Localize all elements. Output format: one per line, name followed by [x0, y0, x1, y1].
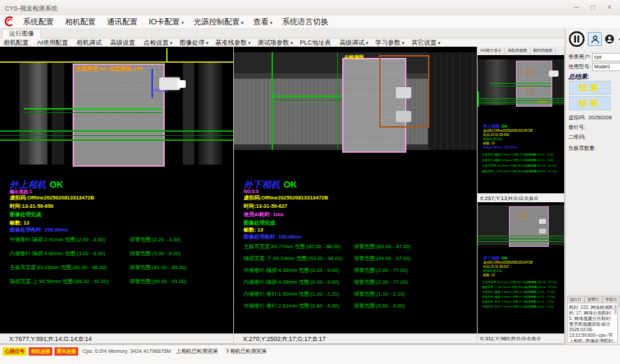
chevron-down-icon: ▾ [241, 20, 244, 25]
chevron-down-icon: ▾ [170, 40, 173, 45]
menu-item[interactable]: 相机配置 [60, 17, 102, 27]
view-tabstrip: 运行图像 [0, 28, 565, 38]
frame-count-text: 帧数: 13 [244, 227, 263, 234]
toolbar-item[interactable]: 相机调试 [73, 38, 107, 47]
measurement-row: 隔膜宽度-上:90.56mm 范围:(88.00 - 92.00) 报警范围:(… [10, 278, 186, 292]
pause-button[interactable] [568, 30, 586, 48]
mini-view-lower[interactable]: 外下相机OK 虚拟码:Offline2025020813313472B 时间:1… [478, 202, 564, 333]
toolbar-item[interactable]: 高级设置 [107, 38, 140, 47]
model-field[interactable] [592, 63, 620, 71]
measurement-row: 内侧卷针-隔膜:4.60mm 范围:(3.00 - 6.00) 报警范围:(3.… [482, 158, 556, 164]
threshold-label: 灰度阈值:93, 动态阈值:100 [75, 65, 142, 73]
machine-column [20, 63, 29, 165]
menu-item[interactable]: 查看▾ [249, 17, 278, 27]
window-title: CYS-视觉检测系统 [5, 4, 58, 13]
measurement-value: 外侧卷针-卷针:2.61mm 范围:(0.60 - 4.00) [244, 303, 354, 314]
toolbar-item-label: 学习参数 [376, 39, 401, 46]
result-ok-text: OK [501, 256, 508, 260]
chevron-down-icon: ▾ [249, 40, 251, 45]
toolbar-item[interactable]: PLC地址表 [297, 38, 337, 47]
toolbar-item[interactable]: 其它设置▾ [408, 38, 444, 47]
toolbar-items: 相机配置 AI使用配置 相机调试 高级设置 点检设置▾ 图像处理▾ 基准线参数▾… [0, 38, 565, 47]
green-guide-line [273, 100, 343, 100]
mini-view-tab[interactable]: NG图片显示 [478, 47, 505, 55]
toolbar-item[interactable]: 相机配置 [0, 38, 34, 47]
toolbar-item-label: AI使用配置 [37, 39, 68, 46]
pin-field-row: 卷针号: [568, 124, 587, 131]
measurement-value: 内侧卷针-隔膜:4.38mm 范围:(0.00 - 9.00) [482, 295, 525, 300]
alarm-range: 报警范围:(2.00 - 77.00) [525, 295, 555, 300]
tab-count-field-row: 负极耳数量: [568, 145, 598, 152]
green-guide-line [478, 236, 564, 236]
measurement-value: 外侧卷针-卷针:2.61mm 范围:(0.60 - 4.00) [482, 305, 525, 310]
toolbar-item[interactable]: 基准线参数▾ [212, 38, 255, 47]
frame-count-text: 帧数: 13 [483, 273, 495, 277]
login-user-field[interactable] [592, 53, 620, 61]
control-sidebar: 登录用户: 使用型号: 总结果: 结果 结果 虚拟码: 20250208 卷针号… [565, 28, 620, 344]
toolbar-item[interactable]: 学习参数▾ [372, 38, 408, 47]
green-guide-line [478, 238, 564, 239]
camera-view-lower[interactable]: AI检测框 外下相机OK NG:0:0 虚拟码:Offline202502081… [234, 47, 477, 333]
toolbar-item-label: 高级调试 [339, 39, 364, 46]
log-text: 耗时: 222, 网络检测耗时: 17, 网络分类耗时: 0, 网络视频分区耗时… [569, 305, 614, 343]
toolbar-item[interactable]: AI使用配置 [34, 38, 73, 47]
green-guide-line [0, 139, 233, 141]
measurement-row: 主极耳宽度:83.05mm 范围:(80.00 - 86.00) 报警范围:(8… [10, 264, 186, 278]
toolbar-item-label: 基准线参数 [216, 39, 247, 46]
ai-feature-box [519, 212, 526, 219]
exit-button[interactable] [617, 33, 620, 45]
camera-view-upper[interactable]: 灰度阈值:93, 动态阈值:100 93.88 外上相机OK 输出信息:1 虚拟… [0, 47, 233, 333]
status-coords-lower: X:270;Y:2502;R:17;G:17;B:17 [234, 333, 477, 343]
toolbar-item-label: PLC地址表 [300, 39, 332, 46]
log-output[interactable]: 耗时: 222, 网络检测耗时: 17, 网络分类耗时: 0, 网络视频分区耗时… [567, 303, 618, 343]
close-button[interactable]: × [602, 2, 617, 13]
tab-connector-blob [549, 70, 559, 77]
menu-item[interactable]: 光源控制配置▾ [189, 17, 249, 27]
toolbar-item[interactable]: 高级调试▾ [336, 38, 372, 47]
alarm-range: 报警范围:(3.00 - 6.00) [525, 158, 554, 164]
ai-box-label: AI检测框 [344, 54, 364, 61]
measurement-list: 外侧卷针-隔膜:2.91mm 范围:(2.00 - 3.50) 报警范围:(2.… [482, 153, 556, 175]
toolbar-item[interactable]: 图像处理▾ [176, 38, 212, 47]
minimize-button[interactable]: ─ [568, 2, 584, 13]
green-guide-line [24, 108, 162, 109]
machine-dark-right [428, 52, 477, 150]
measurement-value: 外侧卷针-隔膜:2.91mm 范围:(2.00 - 3.50) [482, 153, 525, 158]
menu-item[interactable]: 系统语言切换 [277, 17, 334, 27]
green-guide-line [0, 135, 233, 136]
mini-view-tab[interactable]: 翻转内视图 [531, 47, 556, 55]
green-guide-line [478, 103, 564, 103]
tab-count-label: 负极耳数量: [568, 145, 596, 151]
elapsed-text: 图像处理耗时: 256.00ms [483, 146, 517, 149]
login-user-button[interactable] [588, 32, 602, 46]
menu-item-label: 系统配置 [23, 17, 54, 26]
process-done-text: 图像处理完成 [244, 220, 275, 227]
cpu-memory-text: Cpu: 0.0% Memory: 3424.41796875M [82, 348, 171, 354]
measurement-list: 主极耳宽度:83.77mm 范围:(82.00 - 88.00) 报警范围:(8… [244, 243, 411, 314]
tab-run-image[interactable]: 运行图像 [2, 29, 41, 38]
process-done-text: 图像处理完成 [10, 211, 41, 218]
menu-item[interactable]: IO卡配置▾ [144, 17, 189, 27]
frame-count-text: 帧数: 13 [483, 142, 495, 145]
mini-view-upper[interactable]: 外上相机OK 虚拟码:Offline2025020813313472B 时间:1… [478, 55, 564, 193]
measurement-row: 内侧卷针-卷针:1.90mm 范围:(1.00 - 2.20) 报警范围:(1.… [244, 291, 411, 303]
ai-feature-box [526, 86, 533, 92]
measurement-row: 主极耳宽度:83.77mm 范围:(82.00 - 88.00) 报警范围:(8… [482, 280, 556, 285]
menu-item[interactable]: 系统配置 [18, 17, 60, 27]
menu-item[interactable]: 通讯配置 [102, 17, 144, 27]
scrollbar-thumb[interactable] [614, 305, 617, 314]
toolbar-item-label: 其它设置 [411, 39, 436, 46]
toolbar-item[interactable]: 测试项参数▾ [254, 38, 297, 47]
result-indicator-1: 结果 [569, 81, 611, 95]
maximize-button[interactable]: □ [585, 2, 600, 13]
mini-view-tab[interactable]: 相机内视图 [505, 47, 531, 55]
upper-camera-message: 上相机已检测完第 [176, 348, 218, 355]
toolbar-item[interactable]: 点检设置▾ [140, 38, 177, 47]
toolbar-item-label: 测试项参数 [258, 39, 289, 46]
green-guide-line [0, 130, 233, 132]
account-button[interactable] [604, 33, 615, 45]
output-info: NG:0:0 [244, 189, 258, 194]
measurement-value: 内侧卷针-卷针:1.90mm 范围:(1.00 - 2.20) [482, 300, 525, 305]
barcode-text: 虚拟码:Offline2025020813313472B [10, 195, 94, 202]
measurement-value: 隔膜宽度-上:90.56mm 范围:(88.00 - 92.00) [10, 278, 130, 292]
